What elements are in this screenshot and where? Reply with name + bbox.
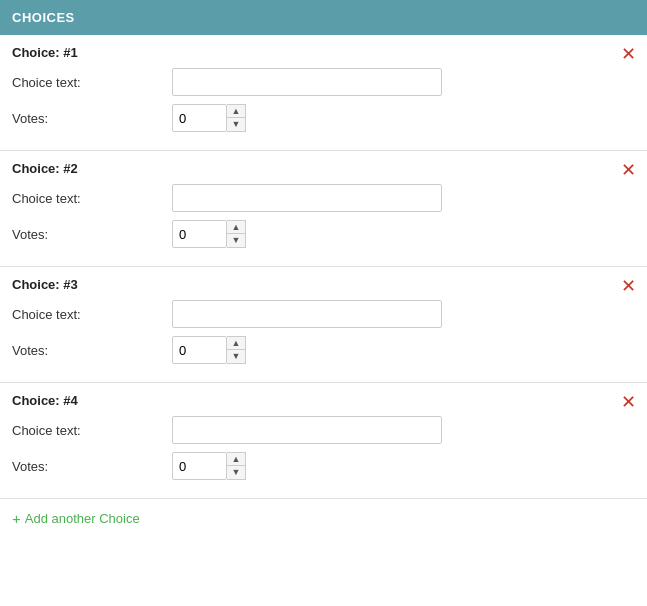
votes-label-3: Votes:: [12, 343, 172, 358]
votes-increment-2-button[interactable]: ▲: [227, 221, 245, 234]
votes-input-wrapper-4: ▲ ▼: [172, 452, 246, 480]
choice-text-row-2: Choice text:: [12, 184, 635, 212]
choice-title-2: Choice: #2: [12, 161, 635, 176]
votes-row-3: Votes: ▲ ▼: [12, 336, 635, 364]
choice-title-4: Choice: #4: [12, 393, 635, 408]
votes-label-4: Votes:: [12, 459, 172, 474]
votes-input-1[interactable]: [172, 104, 227, 132]
votes-input-2[interactable]: [172, 220, 227, 248]
choice-text-row-4: Choice text:: [12, 416, 635, 444]
votes-increment-3-button[interactable]: ▲: [227, 337, 245, 350]
votes-row-2: Votes: ▲ ▼: [12, 220, 635, 248]
add-choice-row: + Add another Choice: [0, 499, 647, 539]
choices-container: Choice: #1 ✕ Choice text: Votes: ▲ ▼ Cho…: [0, 35, 647, 499]
choice-block-3: Choice: #3 ✕ Choice text: Votes: ▲ ▼: [0, 267, 647, 383]
votes-decrement-1-button[interactable]: ▼: [227, 118, 245, 131]
votes-decrement-4-button[interactable]: ▼: [227, 466, 245, 479]
votes-decrement-2-button[interactable]: ▼: [227, 234, 245, 247]
add-choice-label: Add another Choice: [25, 511, 140, 526]
votes-increment-4-button[interactable]: ▲: [227, 453, 245, 466]
choice-text-input-4[interactable]: [172, 416, 442, 444]
votes-spinner-4: ▲ ▼: [227, 452, 246, 480]
votes-input-4[interactable]: [172, 452, 227, 480]
choice-title-3: Choice: #3: [12, 277, 635, 292]
choice-block-1: Choice: #1 ✕ Choice text: Votes: ▲ ▼: [0, 35, 647, 151]
votes-label-2: Votes:: [12, 227, 172, 242]
choice-text-label-2: Choice text:: [12, 191, 172, 206]
add-another-choice-button[interactable]: + Add another Choice: [12, 511, 140, 526]
choice-text-input-1[interactable]: [172, 68, 442, 96]
plus-icon: +: [12, 511, 21, 526]
votes-row-4: Votes: ▲ ▼: [12, 452, 635, 480]
choice-text-label-3: Choice text:: [12, 307, 172, 322]
votes-input-wrapper-2: ▲ ▼: [172, 220, 246, 248]
votes-decrement-3-button[interactable]: ▼: [227, 350, 245, 363]
choice-text-row-1: Choice text:: [12, 68, 635, 96]
choice-block-2: Choice: #2 ✕ Choice text: Votes: ▲ ▼: [0, 151, 647, 267]
votes-input-wrapper-3: ▲ ▼: [172, 336, 246, 364]
remove-choice-4-button[interactable]: ✕: [619, 393, 637, 411]
choice-text-input-3[interactable]: [172, 300, 442, 328]
votes-input-3[interactable]: [172, 336, 227, 364]
choice-text-label-4: Choice text:: [12, 423, 172, 438]
votes-spinner-1: ▲ ▼: [227, 104, 246, 132]
votes-spinner-2: ▲ ▼: [227, 220, 246, 248]
remove-choice-2-button[interactable]: ✕: [619, 161, 637, 179]
votes-row-1: Votes: ▲ ▼: [12, 104, 635, 132]
remove-choice-1-button[interactable]: ✕: [619, 45, 637, 63]
votes-spinner-3: ▲ ▼: [227, 336, 246, 364]
choice-text-row-3: Choice text:: [12, 300, 635, 328]
votes-input-wrapper-1: ▲ ▼: [172, 104, 246, 132]
choice-text-label-1: Choice text:: [12, 75, 172, 90]
choice-title-1: Choice: #1: [12, 45, 635, 60]
votes-label-1: Votes:: [12, 111, 172, 126]
choice-block-4: Choice: #4 ✕ Choice text: Votes: ▲ ▼: [0, 383, 647, 499]
choices-section: CHOICES Choice: #1 ✕ Choice text: Votes:…: [0, 0, 647, 539]
votes-increment-1-button[interactable]: ▲: [227, 105, 245, 118]
remove-choice-3-button[interactable]: ✕: [619, 277, 637, 295]
choices-header: CHOICES: [0, 0, 647, 35]
choice-text-input-2[interactable]: [172, 184, 442, 212]
